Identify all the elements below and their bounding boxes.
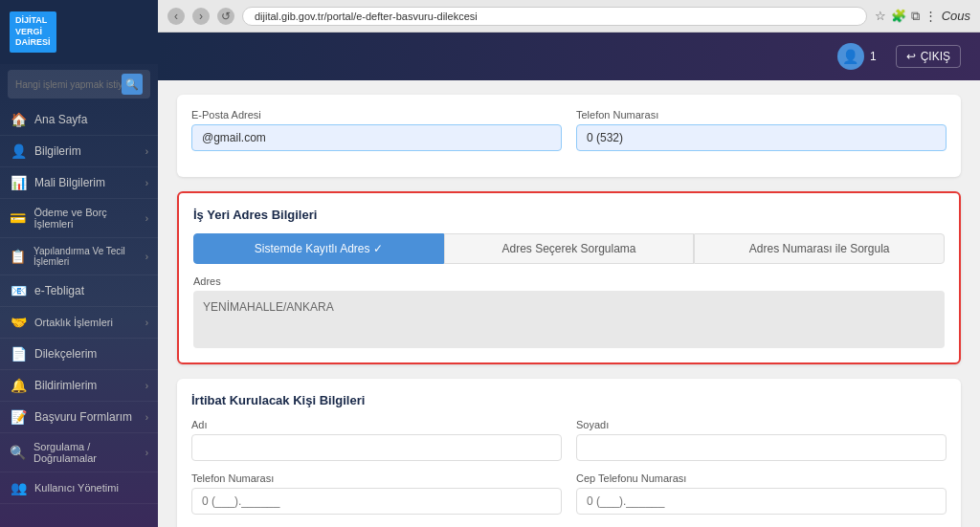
home-icon: 🏠 [10, 112, 27, 127]
form-icon: 📝 [10, 409, 27, 425]
mail-icon: 📧 [10, 283, 27, 298]
sidebar-item-etebligat[interactable]: 📧 e-Tebligat [0, 275, 158, 307]
cous-label: Cous [942, 9, 970, 23]
sidebar-item-bildirimler[interactable]: 🔔 Bildirimlerim › [0, 370, 158, 402]
extension-icon[interactable]: 🧩 [891, 9, 906, 23]
sidebar-item-label: Ana Sayfa [34, 113, 87, 126]
chevron-right-icon: › [145, 412, 148, 423]
tab-adres-secerek[interactable]: Adres Seçerek Sorgulama [444, 233, 695, 264]
chevron-right-icon: › [145, 252, 148, 262]
contact-phone-group: Telefon Numarası [191, 472, 562, 515]
contact-card: İrtibat Kurulacak Kişi Bilgileri Adı Soy… [177, 379, 961, 527]
chevron-right-icon: › [145, 178, 148, 188]
chevron-right-icon: › [145, 146, 148, 157]
sidebar-nav: 🏠 Ana Sayfa 👤 Bilgilerim › 📊 Mali Bilgil… [0, 104, 158, 527]
main-area: ‹ › ↺ dijital.gib.gov.tr/portal/e-defter… [158, 0, 980, 527]
search-input[interactable] [15, 79, 122, 90]
address-tabs: Sistemde Kayıtlı Adres ✓ Adres Seçerek S… [193, 233, 945, 264]
doc-icon: 📄 [10, 346, 27, 362]
refresh-browser-button[interactable]: ↺ [217, 8, 234, 25]
sidebar-item-ortaklik[interactable]: 🤝 Ortaklık İşlemleri › [0, 307, 158, 339]
sidebar-item-label: Başvuru Formlarım [34, 410, 132, 424]
email-input[interactable] [191, 124, 562, 151]
sidebar-item-odeme[interactable]: 💳 Ödeme ve Borç İşlemleri › [0, 199, 158, 238]
last-name-label: Soyadı [576, 419, 947, 430]
sidebar-item-label: Mali Bilgilerim [34, 176, 105, 189]
user-menu[interactable]: 👤 1 [837, 43, 877, 70]
menu-icon[interactable]: ⋮ [924, 9, 937, 23]
phone-label: Telefon Numarası [576, 109, 947, 121]
address-section-title: İş Yeri Adres Bilgileri [193, 208, 945, 222]
user-label: 1 [870, 50, 877, 63]
last-name-group: Soyadı [576, 419, 947, 461]
address-label: Adres [193, 275, 945, 287]
user-icon: 👤 [10, 143, 27, 159]
back-browser-button[interactable]: ‹ [167, 8, 185, 25]
address-group: Adres YENİMAHALLE/ANKARA [193, 275, 945, 348]
first-name-group: Adı [191, 419, 562, 461]
partner-icon: 🤝 [10, 315, 27, 330]
contact-phone-label: Telefon Numarası [191, 472, 562, 484]
window-icon[interactable]: ⧉ [911, 9, 920, 24]
address-card: İş Yeri Adres Bilgileri Sistemde Kayıtlı… [177, 191, 961, 364]
sidebar-item-ana-sayfa[interactable]: 🏠 Ana Sayfa [0, 104, 158, 136]
top-info-card: E-Posta Adresi Telefon Numarası [177, 95, 961, 177]
sidebar-item-label: Bilgilerim [34, 144, 81, 158]
sidebar-item-label: Ortaklık İşlemleri [34, 317, 113, 328]
users-icon: 👥 [10, 480, 27, 495]
sidebar-item-mali[interactable]: 📊 Mali Bilgilerim › [0, 167, 158, 199]
tab-sistemde-kayitli[interactable]: Sistemde Kayıtlı Adres ✓ [193, 233, 444, 264]
url-bar: dijital.gib.gov.tr/portal/e-defter-basvu… [242, 7, 867, 26]
first-name-label: Adı [191, 419, 562, 430]
phone-group: Telefon Numarası [576, 109, 947, 151]
chevron-right-icon: › [145, 213, 148, 224]
sidebar-item-label: Kullanıcı Yönetimi [34, 482, 119, 494]
contact-section-title: İrtibat Kurulacak Kişi Bilgileri [191, 393, 947, 407]
email-phone-row: E-Posta Adresi Telefon Numarası [191, 109, 947, 151]
exit-button[interactable]: ↩ ÇIKIŞ [896, 45, 961, 68]
sidebar-item-yapilandirma[interactable]: 📋 Yapılandırma Ve Tecil İşlemleri › [0, 238, 158, 275]
logo: DİJİTAL VERGİ DAİRESİ [10, 11, 56, 53]
mobile-input[interactable] [576, 488, 947, 515]
list-icon: 📋 [10, 249, 26, 264]
content-area: E-Posta Adresi Telefon Numarası İş Yeri … [158, 80, 980, 527]
address-display: YENİMAHALLE/ANKARA [193, 291, 945, 348]
forward-browser-button[interactable]: › [192, 8, 210, 25]
payment-icon: 💳 [10, 210, 26, 226]
phone-input[interactable] [576, 124, 947, 151]
sidebar-item-sorgulama[interactable]: 🔍 Sorgulama / Doğrulamalar › [0, 433, 158, 472]
sidebar: DİJİTAL VERGİ DAİRESİ 🔍 🏠 Ana Sayfa 👤 Bi… [0, 0, 158, 527]
tab-adres-numarasi[interactable]: Adres Numarası ile Sorgula [694, 233, 945, 264]
sidebar-item-label: e-Tebligat [34, 284, 84, 297]
browser-bar: ‹ › ↺ dijital.gib.gov.tr/portal/e-defter… [158, 0, 980, 33]
search-button[interactable]: 🔍 [122, 74, 143, 95]
exit-icon: ↩ [906, 50, 916, 63]
last-name-input[interactable] [576, 434, 947, 461]
sidebar-item-label: Bildirimlerim [34, 379, 97, 392]
browser-actions: ☆ 🧩 ⧉ ⋮ Cous [875, 9, 970, 24]
phones-row: Telefon Numarası Cep Telefonu Numarası [191, 472, 947, 515]
mobile-group: Cep Telefonu Numarası [576, 472, 947, 515]
chevron-right-icon: › [145, 318, 148, 328]
sidebar-item-label: Sorgulama / Doğrulamalar [33, 441, 145, 464]
sidebar-item-kullanici[interactable]: 👥 Kullanıcı Yönetimi [0, 472, 158, 504]
address-value: YENİMAHALLE/ANKARA [203, 300, 334, 314]
chevron-right-icon: › [145, 448, 148, 458]
sidebar-item-label: Ödeme ve Borç İşlemleri [33, 207, 145, 230]
mobile-label: Cep Telefonu Numarası [576, 472, 947, 484]
name-row: Adı Soyadı [191, 419, 947, 461]
logo-area: DİJİTAL VERGİ DAİRESİ [0, 0, 158, 64]
sidebar-item-dilekcelerin[interactable]: 📄 Dilekçelerim [0, 339, 158, 370]
email-label: E-Posta Adresi [191, 109, 562, 121]
topbar: 👤 1 ↩ ÇIKIŞ [158, 33, 980, 80]
sidebar-item-basvuru[interactable]: 📝 Başvuru Formlarım › [0, 402, 158, 433]
contact-phone-input[interactable] [191, 488, 562, 515]
sidebar-item-bilgilerim[interactable]: 👤 Bilgilerim › [0, 136, 158, 167]
sidebar-item-label: Yapılandırma Ve Tecil İşlemleri [33, 246, 145, 267]
star-icon[interactable]: ☆ [875, 9, 886, 23]
search-magnify-icon: 🔍 [10, 445, 26, 460]
chevron-right-icon: › [145, 381, 148, 391]
chart-icon: 📊 [10, 175, 27, 190]
first-name-input[interactable] [191, 434, 562, 461]
sidebar-item-label: Dilekçelerim [34, 347, 97, 361]
